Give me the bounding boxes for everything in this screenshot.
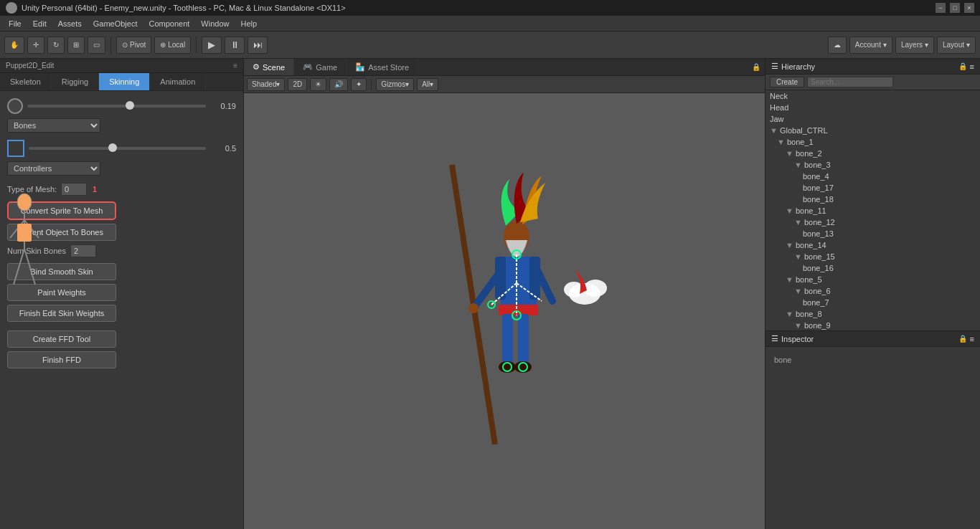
controller-size-thumb[interactable] — [108, 143, 117, 152]
game-icon: 🎮 — [303, 62, 313, 72]
hierarchy-header-right: 🔒 ≡ — [958, 62, 974, 71]
inspector-menu-icon[interactable]: ≡ — [970, 335, 974, 343]
window-title: Unity Personal (64bit) - Enemy_new.unity… — [22, 4, 936, 12]
gizmos-dropdown[interactable]: Gizmos ▾ — [376, 78, 414, 91]
controller-size-slider[interactable] — [29, 147, 206, 150]
hierarchy-lock-icon: 🔒 — [958, 62, 967, 71]
list-item[interactable]: Jaw — [765, 113, 980, 125]
scene-tab-scene[interactable]: ⚙ Scene — [244, 59, 294, 75]
menu-help[interactable]: Help — [235, 18, 263, 29]
list-item[interactable]: ▼bone_9 — [765, 320, 980, 330]
tab-skeleton[interactable]: Skeleton — [0, 73, 52, 90]
lighting-btn[interactable]: ☀ — [310, 78, 326, 91]
shading-dropdown[interactable]: Shaded ▾ — [247, 78, 285, 91]
list-item[interactable]: ▼bone_6 — [765, 285, 980, 297]
inspector-title: Inspector — [781, 335, 814, 343]
list-item[interactable]: ▼bone_1 — [765, 136, 980, 148]
menu-gameobject[interactable]: GameObject — [88, 18, 143, 29]
scene-tabs-right: 🔒 — [748, 63, 765, 71]
pivot-btn[interactable]: ⊙ Pivot — [116, 37, 151, 54]
rotate-tool-btn[interactable]: ↻ — [47, 37, 65, 54]
list-item[interactable]: bone_4 — [765, 171, 980, 182]
menu-edit[interactable]: Edit — [27, 18, 52, 29]
list-item[interactable]: bone_18 — [765, 194, 980, 205]
controllers-dropdown[interactable]: Controllers — [7, 161, 100, 176]
rect-tool-btn[interactable]: ▭ — [88, 37, 105, 54]
create-ffd-btn[interactable]: Create FFD Tool — [7, 330, 116, 348]
brush-size-val: 0.19 — [210, 102, 236, 110]
skinning-tabs: Skeleton Rigging Skinning Animation — [0, 73, 243, 91]
scene-tb-sep — [371, 79, 372, 90]
bones-dropdown[interactable]: Bones — [7, 118, 100, 133]
list-item[interactable]: Head — [765, 102, 980, 113]
menu-window[interactable]: Window — [195, 18, 235, 29]
brush-size-slider[interactable] — [27, 105, 206, 108]
menu-file[interactable]: File — [3, 18, 27, 29]
list-item[interactable]: bone_17 — [765, 182, 980, 194]
list-item[interactable]: ▼bone_5 — [765, 274, 980, 285]
list-item[interactable]: bone_7 — [765, 297, 980, 308]
menu-assets[interactable]: Assets — [52, 18, 88, 29]
layout-dropdown[interactable]: Layout ▾ — [937, 37, 976, 54]
controllers-dropdown-row: Controllers — [7, 161, 236, 176]
pause-btn[interactable]: ⏸ — [225, 37, 245, 54]
menu-component[interactable]: Component — [143, 18, 195, 29]
hierarchy-menu-icon[interactable]: ≡ — [970, 62, 974, 71]
minimize-btn[interactable]: − — [936, 3, 946, 13]
svg-rect-16 — [499, 305, 538, 315]
scene-tab-asset-store[interactable]: 🏪 Asset Store — [347, 59, 418, 75]
left-panel: Puppet2D_Edit ≡ Skeleton Rigging Skinnin… — [0, 59, 244, 529]
scene-tab-game[interactable]: 🎮 Game — [294, 59, 347, 75]
move-tool-btn[interactable]: ✛ — [27, 37, 44, 54]
toolbar-separator2 — [196, 37, 197, 54]
list-item[interactable]: ▼bone_8 — [765, 308, 980, 320]
cloud-btn[interactable]: ☁ — [828, 37, 847, 54]
maximize-btn[interactable]: □ — [950, 3, 960, 13]
list-item[interactable]: Neck — [765, 90, 980, 102]
type-of-mesh-input[interactable]: 0 — [61, 183, 87, 196]
tab-rigging[interactable]: Rigging — [52, 73, 99, 90]
ffd-section: Create FFD Tool Finish FFD — [7, 330, 236, 368]
list-item[interactable]: ▼bone_3 — [765, 159, 980, 171]
list-item[interactable]: ▼bone_12 — [765, 216, 980, 228]
main-area: Puppet2D_Edit ≡ Skeleton Rigging Skinnin… — [0, 59, 980, 529]
fx-btn[interactable]: ✦ — [351, 78, 367, 91]
close-btn[interactable]: × — [964, 3, 974, 13]
audio-btn[interactable]: 🔊 — [329, 78, 348, 91]
list-item[interactable]: ▼bone_11 — [765, 205, 980, 216]
layers-dropdown[interactable]: Layers ▾ — [895, 37, 934, 54]
puppet-label: Puppet2D_Edit — [6, 62, 54, 70]
scale-tool-btn[interactable]: ⊞ — [67, 37, 85, 54]
chevron-down-icon: ▾ — [925, 41, 928, 49]
all-dropdown[interactable]: All ▾ — [417, 78, 438, 91]
hierarchy-title: Hierarchy — [781, 62, 815, 71]
2d-btn[interactable]: 2D — [288, 78, 307, 91]
list-item[interactable]: ▼Global_CTRL — [765, 125, 980, 136]
collapse-left-btn[interactable]: ≡ — [233, 62, 237, 70]
tab-skinning[interactable]: Skinning — [99, 73, 150, 90]
tab-animation[interactable]: Animation — [150, 73, 206, 90]
list-item[interactable]: bone_16 — [765, 262, 980, 274]
svg-rect-18 — [518, 314, 529, 364]
scene-view[interactable] — [244, 93, 765, 529]
local-btn[interactable]: ⊕ Local — [154, 37, 191, 54]
finish-ffd-btn[interactable]: Finish FFD — [7, 351, 116, 368]
window-controls: − □ × — [936, 3, 974, 13]
play-btn[interactable]: ▶ — [202, 37, 222, 54]
list-item[interactable]: bone_13 — [765, 228, 980, 239]
svg-line-5 — [24, 249, 35, 285]
hierarchy-search[interactable] — [807, 77, 893, 87]
toolbar-right: ☁ Account ▾ Layers ▾ Layout ▾ — [828, 37, 976, 54]
toolbar-separator — [110, 37, 111, 54]
num-skin-input[interactable]: 2 — [70, 244, 96, 257]
brush-size-thumb[interactable] — [126, 101, 134, 110]
hierarchy-create-btn[interactable]: Create — [770, 77, 804, 87]
step-btn[interactable]: ⏭ — [248, 37, 268, 54]
svg-rect-17 — [502, 314, 513, 364]
list-item[interactable]: ▼bone_14 — [765, 239, 980, 251]
list-item[interactable]: ▼bone_15 — [765, 251, 980, 262]
list-item[interactable]: ▼bone_2 — [765, 148, 980, 159]
hand-tool-btn[interactable]: ✋ — [4, 37, 24, 54]
account-dropdown[interactable]: Account ▾ — [849, 37, 892, 54]
hierarchy-list[interactable]: Neck Head Jaw ▼Global_CTRL ▼bone_1 ▼bone… — [765, 90, 980, 330]
